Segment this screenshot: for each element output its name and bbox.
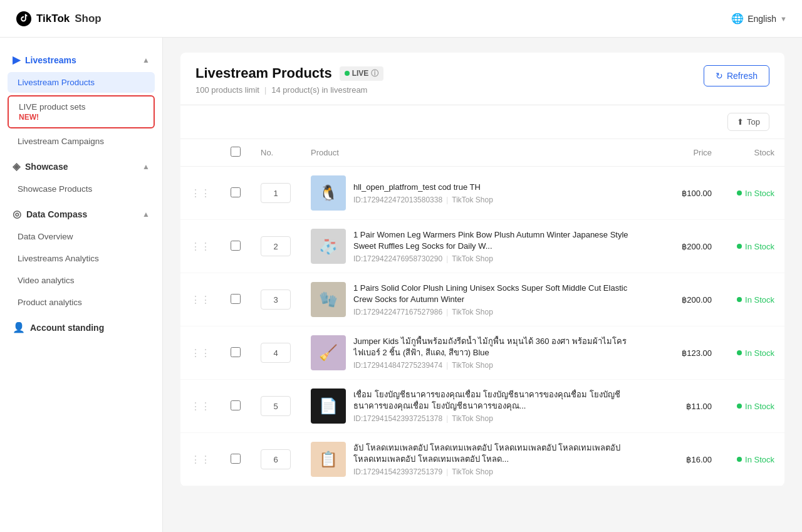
product-meta: ID:1729422477167527986 | TikTok Shop [353,308,637,316]
drag-handle-icon[interactable]: ⋮⋮ [190,348,211,358]
sidebar-section-data-compass: ◎ Data Compass ▲ Data Overview Livestrea… [0,202,162,313]
data-compass-icon: ◎ [13,208,21,220]
sidebar: ▶ Livestreams ▲ Livestream Products LIVE… [0,38,163,532]
product-image: 📋 [311,442,346,477]
number-cell: 4 [251,326,301,380]
table-row: ⋮⋮ 5 📄 เชื่อม โยงบัญชีธนาคารของคุณเชื่อม… [180,380,784,433]
product-meta: ID:1729415423937251379 | TikTok Shop [353,467,637,476]
top-button[interactable]: ⬆ Top [727,113,769,131]
product-id: ID:1729415423937251379 [353,467,442,476]
col-checkbox [221,139,251,167]
sidebar-item-livestream-products[interactable]: Livestream Products [8,72,155,93]
row-checkbox[interactable] [231,454,241,464]
chevron-data-compass-icon: ▲ [142,210,150,219]
in-stock-dot [737,350,742,355]
product-name: 1 Pairs Solid Color Plush Lining Unisex … [353,283,637,305]
row-checkbox[interactable] [231,187,241,197]
page-title: Livestream Products [195,65,332,81]
product-cell: 📋 อัป โหลดเทมเพลตอัป โหลดเทมเพลตอัป โหลด… [301,433,647,486]
row-number: 4 [261,343,291,363]
col-product: Product [301,139,647,167]
product-cell: 🧤 1 Pairs Solid Color Plush Lining Unise… [301,273,647,326]
table-row: ⋮⋮ 1 🐧 hll_open_platfrom_test cod true T… [180,167,784,220]
tiktok-logo-icon [15,10,33,28]
drag-handle-icon[interactable]: ⋮⋮ [190,454,211,465]
refresh-icon: ↻ [716,71,723,81]
drag-handle-icon[interactable]: ⋮⋮ [190,188,211,199]
app-header: TikTok Shop 🌐 English ▼ [0,0,802,38]
product-shop: TikTok Shop [452,361,493,370]
drag-handle-icon[interactable]: ⋮⋮ [190,295,211,305]
product-details: 1 Pair Women Leg Warmers Pink Bow Plush … [353,229,637,263]
livestreams-items: Livestream Products LIVE product sets NE… [0,72,162,152]
number-cell: 1 [251,167,301,220]
product-id: ID:1729415423937251378 [353,414,442,423]
select-all-checkbox[interactable] [231,147,241,157]
product-info-container: 📋 อัป โหลดเทมเพลตอัป โหลดเทมเพลตอัป โหลด… [311,442,637,477]
row-checkbox[interactable] [231,347,241,357]
product-shop: TikTok Shop [452,196,493,204]
row-checkbox[interactable] [231,241,241,251]
product-details: 1 Pairs Solid Color Plush Lining Unisex … [353,283,637,316]
row-checkbox[interactable] [231,400,241,410]
meta-separator: | [446,414,448,423]
globe-icon: 🌐 [731,13,744,24]
info-icon: ⓘ [371,68,378,79]
page-subtitle: 100 products limit | 14 product(s) in li… [195,85,383,95]
product-meta: ID:1729422472013580338 | TikTok Shop [353,196,637,204]
sidebar-item-video-analytics-label: Video analytics [18,276,75,285]
live-badge: LIVE ⓘ [340,66,384,81]
language-selector[interactable]: 🌐 English ▼ [731,13,787,24]
sidebar-item-data-overview[interactable]: Data Overview [8,226,155,247]
number-cell: 3 [251,273,301,326]
sidebar-section-header-account-standing[interactable]: 👤 Account standing [0,315,162,340]
row-checkbox[interactable] [231,294,241,304]
stock-cell: In Stock [722,273,784,326]
product-details: อัป โหลดเทมเพลตอัป โหลดเทมเพลตอัป โหลดเท… [353,442,637,476]
in-stock-dot [737,244,742,249]
sidebar-item-livestream-campaigns[interactable]: Livestream Campaigns [8,131,155,152]
drag-handle-icon[interactable]: ⋮⋮ [190,401,211,412]
product-info-container: 🧹 Jumper Kids ไม้กูพื้นพร้อมถังรีดน้ำ ไม… [311,335,637,370]
sidebar-section-header-livestreams[interactable]: ▶ Livestreams ▲ [0,48,162,72]
stock-cell: In Stock [722,433,784,486]
stock-label: In Stock [745,455,774,464]
sidebar-section-data-compass-label: Data Compass [26,209,87,219]
product-meta: ID:1729422476958730290 | TikTok Shop [353,254,637,263]
chevron-showcase-icon: ▲ [142,162,150,171]
table-body: ⋮⋮ 1 🐧 hll_open_platfrom_test cod true T… [180,167,784,486]
sidebar-item-product-analytics[interactable]: Product analytics [8,292,155,313]
data-compass-items: Data Overview Livestreams Analytics Vide… [0,226,162,313]
stock-label: In Stock [745,242,774,251]
sidebar-item-live-product-sets-label: LIVE product sets [19,102,143,112]
product-details: hll_open_platfrom_test cod true TH ID:17… [353,182,637,204]
language-label: English [747,14,776,24]
sidebar-section-livestreams: ▶ Livestreams ▲ Livestream Products LIVE… [0,48,162,152]
sidebar-section-header-showcase[interactable]: ◈ Showcase ▲ [0,154,162,179]
sidebar-item-live-product-sets[interactable]: LIVE product sets NEW! [8,95,155,128]
sidebar-item-showcase-products-label: Showcase Products [18,184,92,194]
table-row: ⋮⋮ 2 🧦 1 Pair Women Leg Warmers Pink Bow… [180,220,784,273]
new-badge: NEW! [19,113,143,122]
sidebar-section-livestreams-label: Livestreams [25,55,76,65]
refresh-button[interactable]: ↻ Refresh [704,65,769,86]
sidebar-item-showcase-products[interactable]: Showcase Products [8,179,155,199]
row-number: 6 [261,449,291,469]
drag-handle-icon[interactable]: ⋮⋮ [190,241,211,252]
top-icon: ⬆ [737,117,744,127]
table-row: ⋮⋮ 3 🧤 1 Pairs Solid Color Plush Lining … [180,273,784,326]
table-header: No. Product Price Stock [180,139,784,167]
price-cell: ฿100.00 [647,167,722,220]
sidebar-item-livestreams-analytics[interactable]: Livestreams Analytics [8,248,155,269]
row-number: 2 [261,236,291,256]
livestreams-icon: ▶ [13,54,20,66]
product-meta: ID:1729415423937251378 | TikTok Shop [353,414,637,423]
row-number: 3 [261,289,291,310]
sidebar-section-header-data-compass[interactable]: ◎ Data Compass ▲ [0,202,162,226]
meta-separator: | [446,196,448,204]
sidebar-section-account-standing: 👤 Account standing [0,315,162,340]
sidebar-item-video-analytics[interactable]: Video analytics [8,270,155,291]
page-header-left: Livestream Products LIVE ⓘ 100 products … [195,65,383,95]
logo: TikTok Shop [15,10,102,28]
checkbox-cell [221,273,251,326]
